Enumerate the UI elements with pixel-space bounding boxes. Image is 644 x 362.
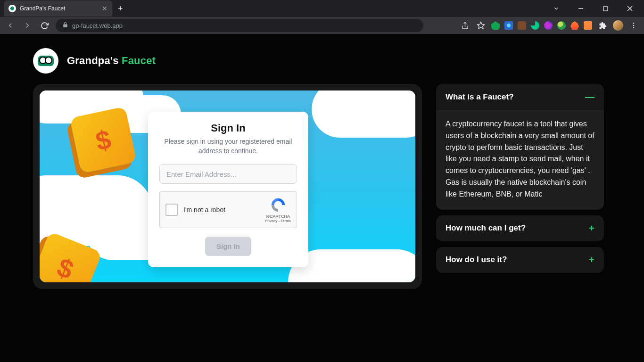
svg-point-9 xyxy=(633,25,634,26)
address-bar[interactable]: gp-faucet.web.app xyxy=(56,19,423,32)
back-icon[interactable] xyxy=(5,20,16,31)
faq-panel: What is a Faucet? — A cryptocurrency fau… xyxy=(436,84,604,289)
extensions-puzzle-icon[interactable] xyxy=(597,20,608,31)
email-field[interactable] xyxy=(159,164,297,184)
faq-item-what-is-faucet: What is a Faucet? — A cryptocurrency fau… xyxy=(436,84,604,210)
side-panel-icon[interactable] xyxy=(599,22,606,29)
collapse-icon[interactable]: — xyxy=(585,91,594,102)
extension-icon[interactable] xyxy=(531,21,539,30)
browser-tab-strip: GrandPa's Faucet ✕ + xyxy=(0,0,644,17)
bookmark-star-icon[interactable] xyxy=(475,20,487,31)
expand-icon[interactable]: + xyxy=(589,255,594,265)
lock-icon xyxy=(62,22,68,29)
hero-illustration: $ $ Sign In Please sign in using your re… xyxy=(40,90,415,282)
brand-text: Grandpa's xyxy=(67,55,122,66)
svg-point-10 xyxy=(633,27,634,28)
forward-icon[interactable] xyxy=(22,20,33,31)
svg-point-8 xyxy=(633,23,634,24)
faq-question: What is a Faucet? xyxy=(446,92,514,102)
close-tab-icon[interactable]: ✕ xyxy=(102,5,107,12)
faq-item-how-use: How do I use it? + xyxy=(436,247,604,273)
extension-icon[interactable] xyxy=(584,21,592,30)
faq-header[interactable]: How much can I get? + xyxy=(446,223,594,234)
signin-subtitle: Please sign in using your registetered e… xyxy=(159,137,297,156)
kebab-menu-icon[interactable] xyxy=(628,20,639,31)
profile-avatar[interactable] xyxy=(613,20,623,31)
expand-icon[interactable]: + xyxy=(589,223,594,234)
tab-favicon-icon xyxy=(8,5,16,12)
brand-accent: Faucet xyxy=(122,55,156,66)
close-window-icon[interactable] xyxy=(619,1,640,16)
extension-icons xyxy=(459,20,639,31)
signin-button[interactable]: Sign In xyxy=(205,237,251,256)
main-layout: $ $ Sign In Please sign in using your re… xyxy=(33,84,611,289)
maximize-icon[interactable] xyxy=(595,1,616,16)
extension-icon[interactable] xyxy=(504,21,513,30)
url-text: gp-faucet.web.app xyxy=(72,22,123,29)
svg-rect-1 xyxy=(603,7,608,11)
recaptcha-badge: reCAPTCHA Privacy - Terms xyxy=(265,197,291,223)
chevron-down-icon[interactable] xyxy=(546,1,567,16)
recaptcha-label: I'm not a robot xyxy=(183,206,259,214)
new-tab-button[interactable]: + xyxy=(118,4,123,14)
signin-card: Sign In Please sign in using your regist… xyxy=(148,112,308,267)
tab-title: GrandPa's Faucet xyxy=(20,5,98,12)
extension-icon[interactable] xyxy=(544,21,553,30)
faq-question: How do I use it? xyxy=(446,255,507,264)
browser-tab[interactable]: GrandPa's Faucet ✕ xyxy=(4,0,112,16)
browser-toolbar: gp-faucet.web.app xyxy=(0,17,644,34)
recaptcha-brand: reCAPTCHA xyxy=(265,214,291,219)
share-icon[interactable] xyxy=(459,20,471,31)
recaptcha-links[interactable]: Privacy - Terms xyxy=(265,219,291,223)
extension-icon[interactable] xyxy=(557,21,566,30)
faq-item-how-much: How much can I get? + xyxy=(436,215,604,241)
reload-icon[interactable] xyxy=(39,20,50,31)
window-controls xyxy=(546,1,644,16)
coin-icon: $ xyxy=(70,107,137,173)
extension-icon[interactable] xyxy=(570,21,579,30)
site-header: Grandpa's Faucet xyxy=(33,48,611,74)
recaptcha-widget[interactable]: I'm not a robot reCAPTCHA Privacy - Term… xyxy=(159,191,297,228)
svg-marker-5 xyxy=(478,22,485,29)
site-title: Grandpa's Faucet xyxy=(67,55,156,67)
faq-question: How much can I get? xyxy=(446,223,526,233)
minimize-icon[interactable] xyxy=(570,1,591,16)
site-logo-icon xyxy=(33,48,58,74)
extension-icon[interactable] xyxy=(491,21,500,30)
faq-header[interactable]: What is a Faucet? — xyxy=(436,84,604,110)
recaptcha-checkbox[interactable] xyxy=(165,204,178,216)
recaptcha-logo-icon xyxy=(270,197,286,213)
extension-icon[interactable] xyxy=(518,21,526,30)
faq-header[interactable]: How do I use it? + xyxy=(446,255,594,265)
signin-title: Sign In xyxy=(159,122,297,134)
faq-answer: A cryptocurrency faucet is a tool that g… xyxy=(436,110,604,210)
page-root: Grandpa's Faucet $ $ Sign In Please sign… xyxy=(0,34,644,362)
hero-card: $ $ Sign In Please sign in using your re… xyxy=(33,84,422,289)
